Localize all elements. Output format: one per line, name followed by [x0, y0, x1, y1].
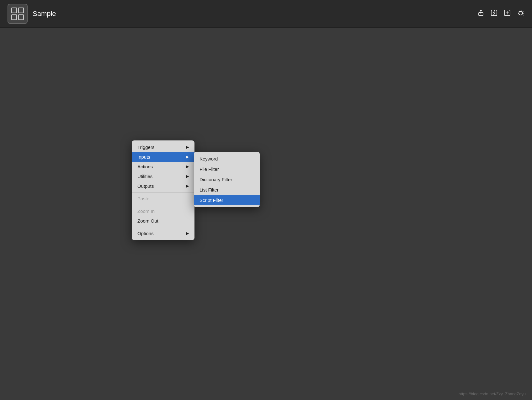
menu-item-inputs[interactable]: Inputs ▶	[132, 152, 194, 162]
menu-item-options[interactable]: Options ▶	[132, 229, 194, 238]
svg-line-9	[523, 12, 524, 12]
arrow-icon: ▶	[186, 174, 189, 178]
arrow-icon: ▶	[186, 145, 189, 149]
menu-item-zoom-in: Zoom In	[132, 206, 194, 216]
share-icon[interactable]	[477, 9, 484, 18]
add-icon[interactable]	[504, 9, 511, 18]
context-menu-wrapper: Triggers ▶ Inputs ▶ Actions ▶ Utilities …	[132, 140, 260, 240]
arrow-icon: ▶	[186, 184, 189, 188]
logo-cell-2	[18, 8, 24, 13]
svg-line-8	[518, 12, 519, 12]
logo-cell-1	[11, 8, 17, 13]
separator-2	[132, 205, 194, 205]
bug-icon[interactable]	[517, 9, 524, 18]
menu-item-outputs[interactable]: Outputs ▶	[132, 181, 194, 191]
menu-item-actions[interactable]: Actions ▶	[132, 162, 194, 171]
arrow-icon: ▶	[186, 231, 189, 235]
submenu-inputs: Keyword File Filter Dictionary Filter Li…	[194, 152, 260, 207]
submenu-item-list-filter[interactable]: List Filter	[194, 185, 260, 195]
svg-line-13	[523, 15, 524, 15]
arrow-icon: ▶	[186, 155, 189, 159]
separator-1	[132, 192, 194, 192]
titlebar: Sample	[0, 0, 532, 28]
app-logo	[8, 4, 28, 24]
app-title: Sample	[33, 10, 56, 18]
menu-item-utilities[interactable]: Utilities ▶	[132, 171, 194, 181]
submenu-item-dictionary-filter[interactable]: Dictionary Filter	[194, 174, 260, 185]
submenu-item-keyword[interactable]: Keyword	[194, 154, 260, 164]
logo-cell-4	[18, 14, 24, 20]
logo-cell-3	[11, 14, 17, 20]
submenu-item-script-filter[interactable]: Script Filter	[194, 195, 260, 205]
context-menu: Triggers ▶ Inputs ▶ Actions ▶ Utilities …	[132, 140, 194, 240]
main-content: Triggers ▶ Inputs ▶ Actions ▶ Utilities …	[0, 28, 532, 400]
menu-item-paste: Paste	[132, 194, 194, 203]
arrow-icon: ▶	[186, 165, 189, 169]
lightning-icon[interactable]	[491, 9, 497, 18]
submenu-item-file-filter[interactable]: File Filter	[194, 164, 260, 174]
separator-3	[132, 227, 194, 227]
logo-grid	[11, 8, 24, 20]
titlebar-actions	[477, 9, 524, 18]
menu-item-triggers[interactable]: Triggers ▶	[132, 142, 194, 152]
svg-line-12	[518, 15, 519, 15]
footer-url: https://blog.csdn.net/Zzy_ZhangZeyu	[459, 392, 526, 396]
menu-item-zoom-out[interactable]: Zoom Out	[132, 216, 194, 226]
